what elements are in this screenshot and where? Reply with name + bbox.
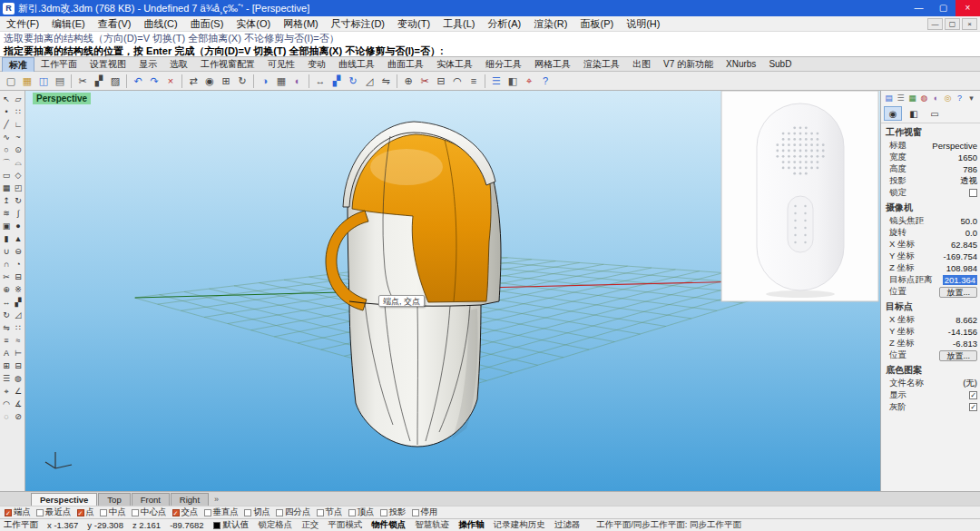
toolbar-tab[interactable]: 标准 — [2, 57, 34, 72]
osnap-checkbox[interactable] — [36, 509, 44, 516]
status-toggle-过滤器[interactable]: 过滤器 — [554, 519, 581, 531]
toolbar-tab[interactable]: V7 的新功能 — [657, 57, 720, 72]
copy-icon[interactable]: ▞ — [91, 73, 107, 89]
display-mode-icon[interactable]: ◧ — [905, 106, 923, 121]
zoom-extents-icon[interactable]: ⊞ — [218, 73, 234, 89]
osnap-checkbox[interactable] — [244, 509, 251, 516]
line-tool-icon[interactable]: ╱ — [1, 119, 13, 131]
shaded-view-icon[interactable]: ◑ — [257, 73, 273, 89]
corner-surface-tool-icon[interactable]: ◰ — [13, 182, 24, 194]
menu-item[interactable]: 面板(P) — [573, 16, 620, 32]
blend-tool-icon[interactable]: ≈ — [13, 335, 24, 347]
osnap-垂直点[interactable]: 垂直点 — [204, 506, 240, 518]
boolean-intersect-tool-icon[interactable]: ∩ — [1, 259, 13, 270]
new-file-icon[interactable]: ▢ — [3, 73, 19, 89]
split-icon[interactable]: ⊟ — [433, 73, 449, 89]
fillet-icon[interactable]: ◠ — [449, 73, 466, 89]
menu-item[interactable]: 编辑(E) — [45, 16, 92, 32]
analyze-tool-icon[interactable]: ∡ — [13, 398, 24, 410]
rendering-tab-icon[interactable]: ◐ — [931, 93, 941, 103]
arc-tool-icon[interactable]: ⌒ — [1, 157, 13, 169]
layers-tab-icon[interactable]: ☰ — [896, 93, 906, 103]
layer-tool-icon[interactable]: ☰ — [1, 373, 13, 385]
child-close-button[interactable]: × — [962, 18, 977, 30]
save-file-icon[interactable]: ◫ — [35, 73, 52, 89]
menu-item[interactable]: 说明(H) — [620, 16, 666, 32]
osnap-点[interactable]: ✓点 — [77, 506, 95, 518]
锁定-checkbox[interactable] — [969, 189, 977, 197]
rotate-view-icon[interactable]: ↻ — [234, 73, 250, 89]
command-area[interactable]: 选取要抽离的结构线（方向(D)=V 切换(T) 全部抽离(X) 不论修剪与否(I… — [0, 32, 980, 57]
viewport-tab-front[interactable]: Front — [132, 493, 170, 506]
property-value[interactable]: 62.845 — [951, 240, 977, 250]
osnap-checkbox[interactable] — [276, 509, 283, 516]
sphere-tool-icon[interactable]: ● — [13, 221, 24, 232]
toolbar-tab[interactable]: 实体工具 — [430, 57, 479, 72]
menu-item[interactable]: 尺寸标注(D) — [325, 16, 391, 32]
interp-curve-tool-icon[interactable]: ~ — [13, 132, 24, 143]
status-toggle-智慧轨迹[interactable]: 智慧轨迹 — [415, 519, 449, 531]
property-value[interactable]: 786 — [963, 164, 977, 174]
cone-tool-icon[interactable]: ▲ — [13, 233, 24, 245]
extrude-tool-icon[interactable]: ↥ — [1, 195, 13, 207]
toolbar-tab[interactable]: 可见性 — [261, 57, 301, 72]
osnap-交点[interactable]: ✓交点 — [172, 506, 199, 518]
measure-tool-icon[interactable]: ⌖ — [1, 386, 13, 398]
menu-item[interactable]: 文件(F) — [0, 16, 45, 32]
menu-item[interactable]: 网格(M) — [277, 16, 325, 32]
pan-view-icon[interactable]: ⇄ — [185, 73, 201, 89]
osnap-checkbox[interactable] — [317, 509, 324, 516]
minimize-button[interactable]: — — [906, 0, 931, 16]
place-button[interactable]: 放置... — [939, 287, 977, 298]
osnap-checkbox[interactable]: ✓ — [77, 509, 84, 516]
osnap-停用[interactable]: 停用 — [412, 506, 438, 518]
child-minimize-button[interactable]: — — [927, 18, 943, 30]
render-icon[interactable]: ◐ — [289, 73, 306, 89]
menu-item[interactable]: 曲线(C) — [137, 16, 183, 32]
array-tool-icon[interactable]: ∷ — [13, 322, 24, 334]
rotate-tool-icon[interactable]: ↻ — [1, 310, 13, 321]
move-tool-icon[interactable]: ↔ — [1, 297, 13, 309]
mirror-icon[interactable]: ⇋ — [377, 73, 394, 89]
osnap-checkbox[interactable] — [380, 509, 387, 516]
osnap-切点[interactable]: 切点 — [244, 506, 270, 518]
group-tool-icon[interactable]: ⊞ — [1, 360, 13, 372]
wallpaper-icon[interactable]: ▭ — [926, 106, 944, 121]
curvature-tool-icon[interactable]: ◠ — [1, 398, 13, 410]
materials-tab-icon[interactable]: ◍ — [919, 93, 929, 103]
redo-icon[interactable]: ↷ — [146, 73, 162, 89]
trim-tool-icon[interactable]: ✂ — [1, 271, 13, 283]
dimension-tool-icon[interactable]: ⊢ — [13, 348, 24, 359]
revolve-tool-icon[interactable]: ↻ — [13, 195, 24, 207]
box-tool-icon[interactable]: ▣ — [1, 221, 13, 232]
menu-item[interactable]: 渲染(R) — [527, 16, 573, 32]
mirror-tool-icon[interactable]: ⇋ — [1, 322, 13, 334]
status-toggle-物件锁点[interactable]: 物件锁点 — [371, 519, 406, 531]
select-tool-icon[interactable]: ↖ — [1, 93, 13, 105]
status-toggle-记录建构历史[interactable]: 记录建构历史 — [494, 519, 545, 531]
menu-item[interactable]: 查看(V) — [92, 16, 138, 32]
place-button[interactable]: 放置... — [939, 350, 977, 361]
property-value[interactable]: -14.156 — [948, 327, 977, 337]
boolean-difference-tool-icon[interactable]: ⊖ — [13, 246, 24, 258]
menu-item[interactable]: 工具(L) — [436, 16, 481, 32]
cplane-pane[interactable]: 工作平面 — [4, 519, 38, 531]
offset-tool-icon[interactable]: ≡ — [1, 335, 13, 347]
hide-tool-icon[interactable]: ◌ — [1, 411, 13, 423]
menu-item[interactable]: 曲面(S) — [184, 16, 230, 32]
property-value[interactable]: 0.0 — [965, 228, 977, 238]
osnap-checkbox[interactable] — [412, 509, 419, 516]
angle-tool-icon[interactable]: ∠ — [13, 386, 24, 398]
status-toggle-锁定格点[interactable]: 锁定格点 — [258, 519, 292, 531]
property-value[interactable]: -169.754 — [943, 251, 977, 261]
property-value[interactable]: 201.364 — [943, 275, 977, 285]
print-icon[interactable]: ▤ — [52, 73, 68, 89]
viewport-tab-right[interactable]: Right — [171, 493, 209, 506]
cylinder-tool-icon[interactable]: ▮ — [1, 233, 13, 245]
point-tool-icon[interactable]: • — [1, 106, 13, 118]
osnap-顶点[interactable]: 顶点 — [348, 506, 375, 518]
osnap-checkbox[interactable]: ✓ — [5, 509, 12, 516]
offset-icon[interactable]: ≡ — [466, 73, 482, 89]
osnap-checkbox[interactable] — [204, 509, 211, 516]
undo-icon[interactable]: ↶ — [130, 73, 146, 89]
